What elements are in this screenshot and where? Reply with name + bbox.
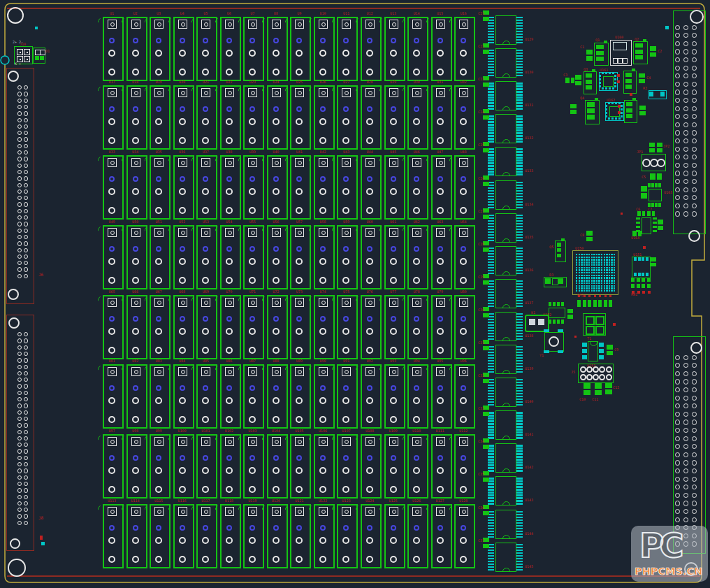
relay-footprint[interactable] <box>196 295 217 359</box>
smd-cap2v[interactable] <box>575 75 581 85</box>
relay-footprint[interactable] <box>361 434 382 499</box>
relay-footprint[interactable] <box>361 225 382 289</box>
relay-footprint[interactable] <box>337 155 358 220</box>
smd-sot3[interactable] <box>585 100 600 124</box>
relay-footprint[interactable] <box>314 17 335 81</box>
relay-footprint[interactable] <box>126 225 147 289</box>
relay-footprint[interactable] <box>220 504 241 568</box>
relay-footprint[interactable] <box>126 434 147 499</box>
relay-footprint[interactable] <box>150 17 171 81</box>
relay-footprint[interactable] <box>454 504 475 568</box>
smd-sot3[interactable] <box>624 100 637 123</box>
relay-footprint[interactable] <box>454 364 475 429</box>
relay-footprint[interactable] <box>103 434 124 499</box>
relay-footprint[interactable] <box>454 85 475 150</box>
relay-footprint[interactable] <box>290 85 311 150</box>
ic-footprint[interactable] <box>488 543 530 573</box>
relay-footprint[interactable] <box>220 434 241 499</box>
relay-footprint[interactable] <box>243 225 264 289</box>
ic-footprint[interactable] <box>488 279 530 310</box>
relay-footprint[interactable] <box>103 504 124 568</box>
relay-footprint[interactable] <box>243 434 264 499</box>
ic-footprint[interactable] <box>488 246 530 277</box>
relay-footprint[interactable] <box>431 155 452 220</box>
relay-footprint[interactable] <box>267 155 288 220</box>
smd-cap2v[interactable] <box>651 257 656 266</box>
relay-footprint[interactable] <box>361 155 382 220</box>
relay-footprint[interactable] <box>220 295 241 359</box>
relay-footprint[interactable] <box>454 434 475 499</box>
relay-footprint[interactable] <box>337 85 358 150</box>
relay-footprint[interactable] <box>126 155 147 220</box>
relay-footprint[interactable] <box>384 17 405 81</box>
relay-footprint[interactable] <box>243 155 264 220</box>
smd-bga[interactable] <box>572 250 618 295</box>
relay-footprint[interactable] <box>243 364 264 429</box>
relay-footprint[interactable] <box>173 295 194 359</box>
ic-footprint[interactable] <box>488 81 530 112</box>
relay-footprint[interactable] <box>243 295 264 359</box>
relay-footprint[interactable] <box>220 364 241 429</box>
relay-footprint[interactable] <box>314 504 335 568</box>
relay-footprint[interactable] <box>196 434 217 499</box>
smd-hdr2x2m[interactable] <box>33 48 45 64</box>
relay-footprint[interactable] <box>384 225 405 289</box>
smd-hdr2x2g[interactable] <box>649 143 662 152</box>
ic-footprint[interactable] <box>488 410 530 441</box>
relay-footprint[interactable] <box>384 155 405 220</box>
relay-footprint[interactable] <box>196 364 217 429</box>
smd-sot3[interactable] <box>584 71 597 94</box>
relay-footprint[interactable] <box>290 155 311 220</box>
relay-footprint[interactable] <box>196 85 217 150</box>
relay-footprint[interactable] <box>314 85 335 150</box>
relay-footprint[interactable] <box>407 295 428 359</box>
relay-footprint[interactable] <box>314 364 335 429</box>
ic-footprint[interactable] <box>488 378 530 408</box>
relay-footprint[interactable] <box>290 364 311 429</box>
relay-footprint[interactable] <box>361 364 382 429</box>
relay-footprint[interactable] <box>243 17 264 81</box>
relay-footprint[interactable] <box>290 17 311 81</box>
smd-sot3[interactable] <box>623 71 637 94</box>
relay-footprint[interactable] <box>173 434 194 499</box>
smd-dpak[interactable] <box>610 40 632 66</box>
relay-footprint[interactable] <box>103 225 124 289</box>
smd-qfn[interactable] <box>605 102 624 121</box>
ic-footprint[interactable] <box>488 114 530 145</box>
smd-sot3[interactable] <box>594 43 609 66</box>
relay-footprint[interactable] <box>243 504 264 568</box>
ic-footprint[interactable] <box>488 213 530 244</box>
relay-footprint[interactable] <box>103 85 124 150</box>
ic-footprint[interactable] <box>488 345 530 375</box>
smd-cap2v[interactable] <box>639 106 646 115</box>
relay-footprint[interactable] <box>267 295 288 359</box>
ic-footprint[interactable] <box>488 180 530 211</box>
relay-footprint[interactable] <box>361 295 382 359</box>
relay-footprint[interactable] <box>126 85 147 150</box>
smd-cap2v[interactable] <box>584 383 591 395</box>
smd-cap2v[interactable] <box>605 382 612 394</box>
smd-sot3[interactable] <box>555 241 566 262</box>
smd-cap2v[interactable] <box>607 345 613 355</box>
relay-footprint[interactable] <box>267 434 288 499</box>
relay-footprint[interactable] <box>454 17 475 81</box>
smd-cap2v[interactable] <box>570 104 577 114</box>
ic-footprint[interactable] <box>488 476 530 507</box>
smd-dip4v[interactable] <box>648 183 662 207</box>
relay-footprint[interactable] <box>314 155 335 220</box>
relay-footprint[interactable] <box>267 364 288 429</box>
relay-footprint[interactable] <box>314 434 335 499</box>
relay-footprint[interactable] <box>431 504 452 568</box>
relay-footprint[interactable] <box>361 504 382 568</box>
relay-footprint[interactable] <box>173 85 194 150</box>
smd-res3h[interactable] <box>544 277 567 287</box>
relay-footprint[interactable] <box>337 295 358 359</box>
smd-quad4[interactable] <box>583 313 606 336</box>
relay-footprint[interactable] <box>361 85 382 150</box>
relay-footprint[interactable] <box>220 225 241 289</box>
smd-cap2v[interactable] <box>650 46 656 57</box>
relay-footprint[interactable] <box>431 364 452 429</box>
relay-footprint[interactable] <box>150 225 171 289</box>
relay-footprint[interactable] <box>196 155 217 220</box>
relay-footprint[interactable] <box>173 155 194 220</box>
